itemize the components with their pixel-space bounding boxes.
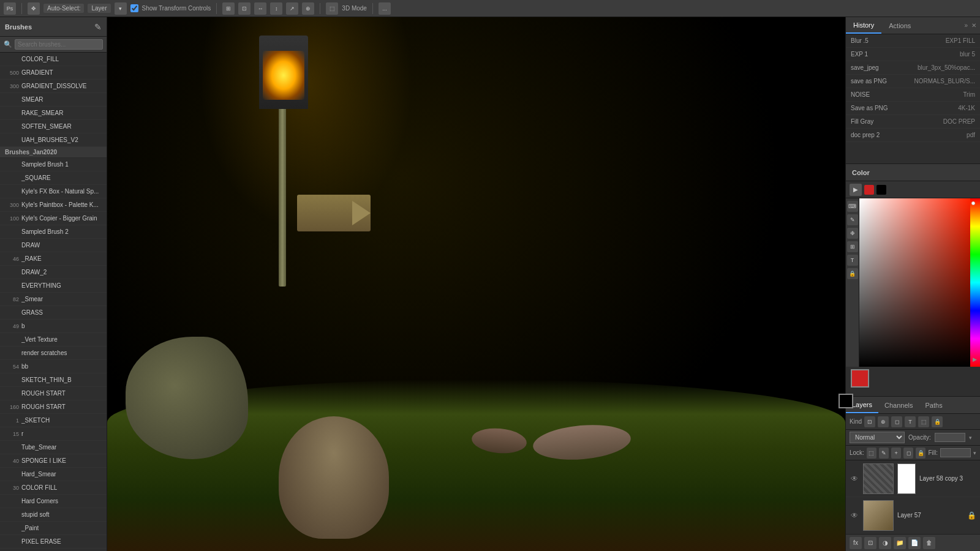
toolbar-transform-checkbox[interactable]: [130, 4, 138, 12]
color-side-1[interactable]: ⌨: [847, 201, 858, 212]
history-row[interactable]: Fill GrayDOC PREP: [846, 115, 980, 129]
brush-list-item[interactable]: SMEAR: [0, 93, 107, 107]
brush-list-item[interactable]: _Vert Texture: [0, 333, 107, 347]
layer-opt-shape[interactable]: ⬚: [918, 416, 929, 427]
toolbar-layer-label[interactable]: Layer: [88, 4, 110, 13]
history-row[interactable]: NOISETrim: [846, 88, 980, 102]
brush-list-item[interactable]: 500GRADIENT: [0, 66, 107, 80]
tab-actions[interactable]: Actions: [881, 17, 918, 34]
brush-list-item[interactable]: 300Kyle's Paintbox - Palette K...: [0, 198, 107, 212]
brush-list-item[interactable]: 49b: [0, 320, 107, 333]
toolbar-align-bottom[interactable]: ↗: [286, 2, 298, 15]
color-play-btn[interactable]: ▶: [850, 184, 862, 196]
color-swatch-toggle[interactable]: [864, 185, 874, 195]
toolbar-more[interactable]: ...: [379, 2, 391, 15]
brush-list-item[interactable]: 40SPONGE I LIKE: [0, 454, 107, 468]
opacity-dropdown-icon[interactable]: ▾: [969, 435, 972, 441]
layer-row[interactable]: 👁 Layer 57 🔒: [846, 497, 980, 534]
color-side-5[interactable]: T: [847, 255, 858, 266]
history-row[interactable]: EXP 1blur 5: [846, 48, 980, 61]
brush-list-item[interactable]: DRAW_2: [0, 266, 107, 279]
fill-dropdown-icon[interactable]: ▾: [973, 450, 976, 456]
brush-list-item[interactable]: stupid soft: [0, 508, 107, 522]
brushes-edit-icon[interactable]: ✎: [94, 22, 102, 32]
tab-channels[interactable]: Channels: [878, 397, 919, 413]
toolbar-align-center[interactable]: ⊡: [238, 2, 251, 15]
color-gradient-picker[interactable]: [859, 198, 970, 367]
brush-list-item[interactable]: ROUGH START: [0, 387, 107, 400]
toolbar-move-icon[interactable]: ✥: [28, 2, 40, 15]
brush-list-item[interactable]: 54bb: [0, 360, 107, 373]
brush-list-item[interactable]: Kyle's FX Box - Natural Sp...: [0, 185, 107, 198]
brush-list-item[interactable]: Hard Corners: [0, 495, 107, 508]
layer-opt-pixel[interactable]: ◻: [891, 416, 902, 427]
color-side-6[interactable]: 🔒: [847, 268, 858, 279]
history-row[interactable]: save_jpegblur_3px_50%opac...: [846, 61, 980, 75]
brush-list-item[interactable]: 30COLOR FILL: [0, 481, 107, 495]
brush-list-item[interactable]: 82_Smear: [0, 293, 107, 306]
brush-list-item[interactable]: DRAW: [0, 239, 107, 252]
brush-list-item[interactable]: GRASS: [0, 306, 107, 320]
layer-opt-type[interactable]: T: [905, 416, 916, 427]
history-expand-icon[interactable]: »: [963, 21, 969, 30]
brush-list-item[interactable]: Sampled Brush 2: [0, 225, 107, 239]
tab-history[interactable]: History: [846, 17, 881, 34]
lock-all-btn[interactable]: +: [891, 448, 901, 459]
color-side-4[interactable]: ⊞: [847, 241, 858, 252]
brush-list-item[interactable]: PIXEL ERASE: [0, 535, 107, 549]
canvas-scene[interactable]: [107, 17, 845, 551]
brush-list-item[interactable]: 15r: [0, 427, 107, 441]
tab-paths[interactable]: Paths: [919, 397, 949, 413]
lock-auto-btn[interactable]: 🔒: [916, 448, 925, 459]
lock-pixel-btn[interactable]: ⬚: [867, 448, 876, 459]
brush-list-item[interactable]: Rough: [0, 549, 107, 551]
brush-list-item[interactable]: 300GRADIENT_DISSOLVE: [0, 80, 107, 93]
brush-list-item[interactable]: Sampled Brush 1: [0, 158, 107, 171]
fill-input[interactable]: 100%: [940, 448, 971, 457]
lock-position-btn[interactable]: ✎: [879, 448, 889, 459]
layers-group-btn[interactable]: 📁: [894, 537, 906, 549]
layer-visibility-toggle[interactable]: 👁: [850, 511, 859, 520]
layer-opt-filter[interactable]: ⊡: [864, 416, 875, 427]
toolbar-dropdown-icon[interactable]: ▾: [115, 2, 127, 15]
layers-fx-btn[interactable]: fx: [850, 537, 862, 549]
layers-new-btn[interactable]: 📄: [908, 537, 921, 549]
color-expand-icon[interactable]: ▶: [970, 355, 979, 364]
layer-opt-adjustment[interactable]: ⊕: [878, 416, 889, 427]
color-side-3[interactable]: ❉: [847, 228, 858, 239]
brush-list-item[interactable]: 1_SKETCH: [0, 414, 107, 427]
layers-delete-btn[interactable]: 🗑: [923, 537, 935, 549]
layer-row[interactable]: 👁 Layer 58 copy 3: [846, 460, 980, 497]
color-foreground-swatch[interactable]: [851, 369, 869, 388]
color-hue-bar[interactable]: [970, 198, 980, 367]
layers-mask-btn[interactable]: ⊡: [864, 537, 876, 549]
brush-list-item[interactable]: RAKE_SMEAR: [0, 107, 107, 120]
history-row[interactable]: Blur .5EXP1 FILL: [846, 34, 980, 48]
brush-list-item[interactable]: Tube_Smear: [0, 441, 107, 454]
brush-list-item[interactable]: 160ROUGH START: [0, 400, 107, 414]
canvas-area[interactable]: [107, 17, 845, 551]
brush-list-item[interactable]: COLOR_FILL: [0, 53, 107, 66]
layer-opt-smart[interactable]: 🔒: [932, 416, 943, 427]
brush-list-item[interactable]: UAH_BRUSHES_V2: [0, 133, 107, 147]
brush-list-item[interactable]: Hard_Smear: [0, 468, 107, 481]
toolbar-ps-icon[interactable]: Ps: [4, 2, 16, 15]
blend-mode-select[interactable]: Normal Dissolve Multiply Screen Overlay: [850, 432, 905, 443]
color-bg-swatch[interactable]: [876, 185, 886, 195]
layers-adjust-btn[interactable]: ◑: [879, 537, 891, 549]
brush-list-item[interactable]: SOFTEN_SMEAR: [0, 120, 107, 133]
brush-list-item[interactable]: render scratches: [0, 347, 107, 360]
opacity-input[interactable]: 10%: [935, 433, 965, 442]
brush-list-item[interactable]: 100Kyle's Copier - Bigger Grain: [0, 212, 107, 225]
color-side-2[interactable]: ✎: [847, 214, 858, 225]
color-background-swatch[interactable]: [839, 394, 853, 408]
brushes-search-input[interactable]: [15, 39, 103, 50]
history-row[interactable]: save as PNGNORMALS_BLUR/S...: [846, 75, 980, 88]
brush-list-item[interactable]: SKETCH_THIN_B: [0, 373, 107, 387]
toolbar-align-top[interactable]: ↕: [270, 2, 282, 15]
brush-group-item[interactable]: Brushes_Jan2020: [0, 147, 107, 158]
history-row[interactable]: doc prep 2pdf: [846, 129, 980, 142]
lock-artboard-btn[interactable]: ◻: [903, 448, 913, 459]
toolbar-auto-select[interactable]: Auto-Select:: [43, 4, 84, 13]
history-close-icon[interactable]: ✕: [970, 21, 978, 30]
